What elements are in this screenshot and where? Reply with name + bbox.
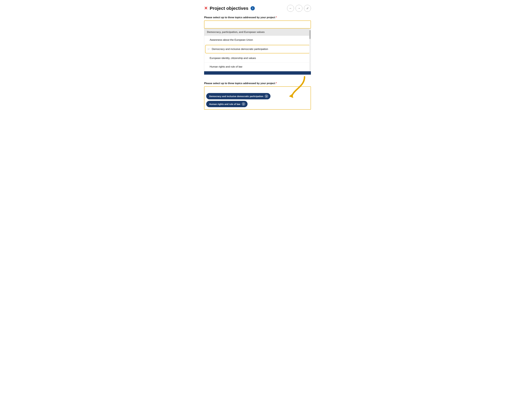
- hand-cursor-icon: ☞: [207, 47, 210, 51]
- header-left: ✕ Project objectives i: [204, 6, 255, 11]
- info-icon[interactable]: i: [251, 6, 255, 10]
- nav-expand-button[interactable]: ⤢: [304, 5, 311, 12]
- tag-human-rights-label: Human rights and rule of law: [209, 103, 240, 105]
- page-title: Project objectives: [210, 6, 248, 11]
- tag-human-rights[interactable]: Human rights and rule of law ×: [206, 101, 247, 107]
- topic-search-input[interactable]: [204, 21, 311, 29]
- required-star-top: *: [276, 16, 277, 19]
- tags-row: Democracy and inclusive democratic parti…: [206, 92, 309, 108]
- blue-bar: [204, 71, 311, 75]
- top-section-label: Please select up to three topics address…: [204, 16, 311, 19]
- dropdown-item-human-rights[interactable]: Human rights and rule of law: [204, 63, 311, 71]
- tag-democracy-label: Democracy and inclusive democratic parti…: [209, 95, 263, 98]
- nav-buttons: ← → ⤢: [287, 5, 311, 12]
- close-icon[interactable]: ✕: [204, 6, 208, 10]
- dropdown-item-awareness[interactable]: Awareness about the European Union: [204, 36, 311, 44]
- dropdown-group-header: Democracy, participation, and European v…: [204, 29, 311, 36]
- tag-democracy-remove[interactable]: ×: [265, 95, 268, 98]
- dropdown: Democracy, participation, and European v…: [204, 29, 311, 71]
- scrollbar-thumb[interactable]: [309, 30, 311, 39]
- tag-democracy[interactable]: Democracy and inclusive democratic parti…: [206, 93, 270, 99]
- search-box-wrapper: [204, 21, 311, 29]
- tags-search-input[interactable]: [206, 88, 309, 91]
- nav-back-button[interactable]: ←: [287, 5, 294, 12]
- tags-container: Democracy and inclusive democratic parti…: [204, 86, 311, 110]
- bottom-section-label: Please select up to three topics address…: [204, 82, 311, 85]
- nav-forward-button[interactable]: →: [296, 5, 302, 12]
- scrollbar-track: [309, 29, 311, 71]
- dropdown-item-democracy[interactable]: ☞ Democracy and inclusive democratic par…: [205, 45, 310, 53]
- header: ✕ Project objectives i ← → ⤢: [204, 5, 311, 12]
- dropdown-item-european-identity[interactable]: European identity, citizenship and value…: [204, 54, 311, 63]
- tag-human-rights-remove[interactable]: ×: [242, 102, 245, 106]
- required-star-bottom: *: [276, 82, 277, 85]
